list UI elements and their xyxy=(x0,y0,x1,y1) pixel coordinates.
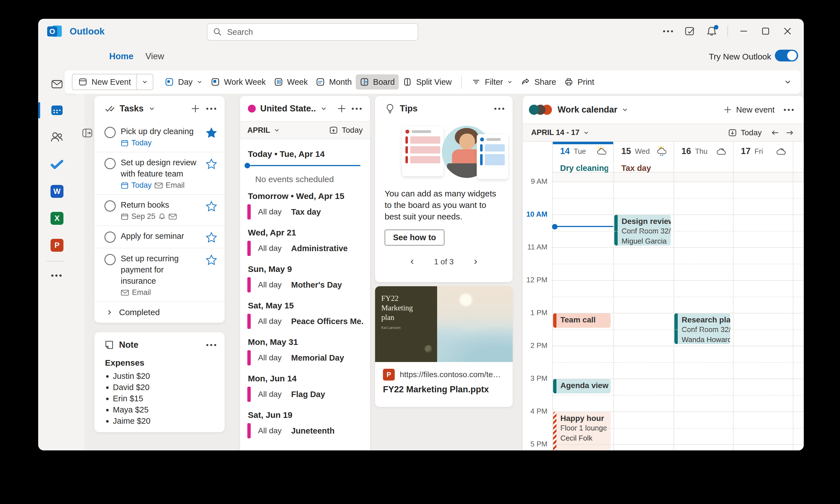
try-new-outlook-toggle[interactable] xyxy=(775,50,798,61)
hour-label: 9 AM xyxy=(523,177,548,186)
calendar-event[interactable]: Design review Conf Room 32/ Miguel Garci… xyxy=(614,215,671,246)
work-new-event-button[interactable]: New event xyxy=(723,105,774,114)
rail-divider xyxy=(47,261,65,262)
task-mail-icon xyxy=(168,213,177,220)
print-button[interactable]: Print xyxy=(560,74,598,90)
pager-next-icon[interactable] xyxy=(470,256,481,267)
task-star-icon[interactable] xyxy=(205,232,217,243)
pager-previous-icon[interactable] xyxy=(407,256,418,267)
rail-excel-icon[interactable]: X xyxy=(44,209,70,227)
view-split-button[interactable]: Split View xyxy=(399,74,455,90)
file-preview-image[interactable]: FY22 Marketing plan Kai Larsson xyxy=(375,286,513,362)
task-row[interactable]: Pick up dry cleaning Today xyxy=(94,121,225,152)
search-bar[interactable] xyxy=(207,23,418,41)
view-day-button[interactable]: Day xyxy=(161,74,207,90)
month-label[interactable]: APRIL xyxy=(247,126,270,135)
tips-more-icon[interactable] xyxy=(494,103,505,114)
previous-period-arrow-icon[interactable] xyxy=(770,127,781,138)
new-event-dropdown[interactable] xyxy=(137,74,153,90)
day-column-header[interactable]: 15 Wed Tax day xyxy=(614,142,673,182)
task-star-icon[interactable] xyxy=(205,200,217,221)
month-chevron-icon[interactable] xyxy=(273,127,280,133)
task-checkbox[interactable] xyxy=(104,127,116,138)
holiday-event-row[interactable]: All day Peace Officers Me... xyxy=(247,312,363,330)
rail-calendar-icon[interactable] xyxy=(44,101,70,119)
view-month-button[interactable]: Month xyxy=(311,74,356,90)
view-week-button[interactable]: Week xyxy=(270,74,312,90)
holiday-event-row[interactable]: All day Flag Day xyxy=(247,385,363,403)
quick-note-icon[interactable] xyxy=(684,25,696,37)
holiday-event-row[interactable]: All day Administrative xyxy=(247,240,363,257)
task-checkbox[interactable] xyxy=(104,158,116,169)
close-button[interactable] xyxy=(781,25,794,37)
notifications-bell-icon[interactable] xyxy=(705,25,718,37)
more-options-icon[interactable] xyxy=(662,25,674,37)
view-board-button[interactable]: Board xyxy=(356,74,399,90)
task-due-chip[interactable]: Today xyxy=(121,181,151,190)
calendar-event[interactable]: Agenda view xyxy=(553,379,611,393)
task-row[interactable]: Apply for seminar xyxy=(94,226,225,248)
holiday-event-row[interactable]: All day Juneteenth xyxy=(247,422,363,439)
task-star-icon[interactable] xyxy=(205,158,217,190)
task-due-chip[interactable]: Today xyxy=(121,139,151,147)
task-checkbox[interactable] xyxy=(104,232,116,243)
tasks-chevron-icon[interactable] xyxy=(148,105,156,112)
range-chevron-icon[interactable] xyxy=(583,129,590,136)
holidays-more-icon[interactable] xyxy=(352,103,362,114)
task-row[interactable]: Set up recurring payment for insurance E… xyxy=(94,248,225,302)
completed-section-toggle[interactable]: Completed xyxy=(94,302,225,323)
note-more-icon[interactable] xyxy=(205,339,217,350)
task-email-chip[interactable]: Email xyxy=(155,181,185,190)
work-calendar-chevron-icon[interactable] xyxy=(621,106,629,113)
task-checkbox[interactable] xyxy=(104,200,116,212)
task-star-icon[interactable] xyxy=(205,254,217,297)
see-how-to-button[interactable]: See how to xyxy=(385,230,444,246)
filter-button[interactable]: Filter xyxy=(467,74,517,90)
tab-view[interactable]: View xyxy=(145,51,164,61)
next-period-arrow-icon[interactable] xyxy=(784,127,796,138)
task-checkbox[interactable] xyxy=(104,254,116,265)
holiday-event-row[interactable]: All day Mother's Day xyxy=(247,276,363,293)
toolbar-expand-chevron-icon[interactable] xyxy=(782,76,793,88)
share-button[interactable]: Share xyxy=(517,74,560,90)
new-event-button[interactable]: New Event xyxy=(72,74,137,90)
add-task-icon[interactable] xyxy=(190,103,201,114)
expand-panel-icon[interactable] xyxy=(82,128,93,138)
all-day-label: All day xyxy=(258,317,291,326)
all-day-event-label[interactable]: Dry cleaning xyxy=(560,164,608,173)
maximize-button[interactable] xyxy=(759,25,772,37)
work-today-button[interactable]: Today xyxy=(740,128,762,137)
rail-people-icon[interactable] xyxy=(44,128,70,146)
view-work-week-button[interactable]: Work Week xyxy=(207,74,270,90)
holidays-today-button[interactable]: Today xyxy=(342,126,363,135)
holiday-event-row[interactable]: All day Memorial Day xyxy=(247,349,363,366)
work-jump-today-icon[interactable] xyxy=(728,128,737,138)
all-day-event-label[interactable]: Tax day xyxy=(621,164,668,173)
rail-more-apps-icon[interactable]: ••• xyxy=(44,267,70,285)
task-due-chip[interactable]: Sep 25 xyxy=(121,212,156,221)
minimize-button[interactable] xyxy=(737,25,750,37)
rail-word-icon[interactable]: W xyxy=(44,182,70,200)
date-range-label[interactable]: APRIL 14 - 17 xyxy=(531,128,579,137)
task-star-icon[interactable] xyxy=(205,127,217,147)
outlook-logo-icon[interactable]: O xyxy=(47,24,62,38)
rail-powerpoint-icon[interactable]: P xyxy=(44,236,70,254)
day-column-header[interactable]: 14 Tue Dry cleaning xyxy=(553,142,613,182)
tab-home[interactable]: Home xyxy=(109,51,133,61)
tasks-more-icon[interactable] xyxy=(205,103,217,114)
work-more-icon[interactable] xyxy=(783,104,794,115)
day-column-header[interactable]: 16 Thu xyxy=(674,142,733,182)
holidays-add-icon[interactable] xyxy=(336,103,347,114)
task-row[interactable]: Set up design review with feature team T… xyxy=(94,152,225,195)
task-email-chip[interactable]: Email xyxy=(121,288,151,297)
holiday-event-row[interactable]: All day Tax day xyxy=(247,203,363,220)
day-column-header[interactable]: 17 Fri xyxy=(734,142,792,182)
calendar-event[interactable]: Research plan Conf Room 32/ Wanda Howard xyxy=(674,313,730,344)
calendar-event[interactable]: Team call xyxy=(553,313,611,328)
file-url-link[interactable]: https://files.contoso.com/teams/... xyxy=(400,370,505,379)
rail-todo-icon[interactable] xyxy=(44,156,70,174)
task-row[interactable]: Return books Sep 25 xyxy=(94,195,225,226)
search-input[interactable] xyxy=(227,28,396,37)
jump-today-icon[interactable] xyxy=(329,125,338,135)
holidays-chevron-icon[interactable] xyxy=(320,105,327,112)
